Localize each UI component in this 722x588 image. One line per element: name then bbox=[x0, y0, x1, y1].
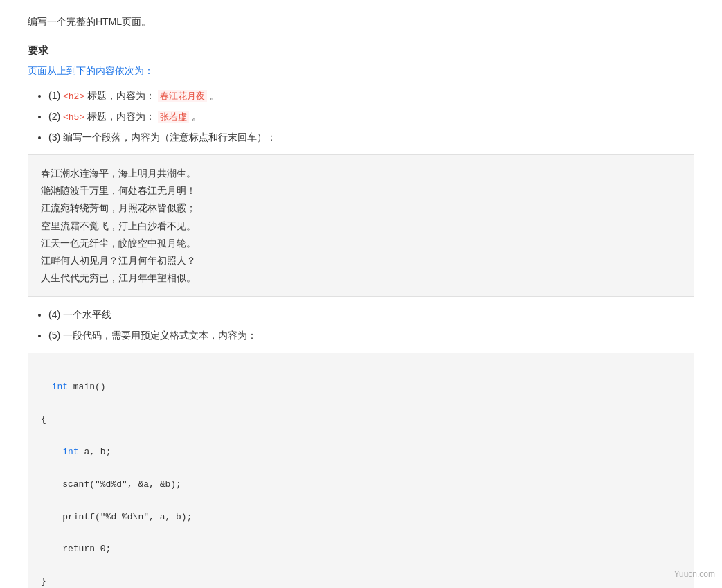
item5-id: (5) bbox=[48, 330, 60, 341]
item2-suffix: 。 bbox=[192, 111, 201, 122]
item3-desc: (3) bbox=[48, 132, 60, 143]
code-box: int main() { int a, b; scanf("%d%d", &a,… bbox=[28, 353, 694, 588]
list-item-3: (3) 编写一个段落，内容为（注意标点和行末回车）： bbox=[48, 130, 694, 146]
item3-full-desc: 编写一个段落，内容为（注意标点和行末回车）： bbox=[63, 132, 276, 143]
code-vars: a, b; bbox=[79, 447, 111, 457]
secondary-list: (4) 一个水平线 (5) 一段代码，需要用预定义格式文本，内容为： bbox=[28, 307, 694, 344]
item2-desc: 标题，内容为： bbox=[87, 111, 155, 122]
code-brace-open: { bbox=[41, 414, 46, 425]
list-item-5: (5) 一段代码，需要用预定义格式文本，内容为： bbox=[48, 328, 694, 344]
item1-tag: <h2> bbox=[63, 91, 84, 102]
code-main: main() bbox=[68, 382, 106, 392]
code-indent4: return 0; bbox=[41, 544, 111, 554]
code-indent2: scanf("%d%d", &a, &b); bbox=[41, 479, 181, 490]
item4-desc: 一个水平线 bbox=[63, 309, 111, 320]
item2-id: (2) bbox=[48, 111, 60, 122]
requirement-subtitle: 页面从上到下的内容依次为： bbox=[28, 63, 694, 80]
item2-tag: <h5> bbox=[63, 112, 84, 123]
item1-desc: 标题，内容为： bbox=[87, 90, 155, 101]
item1-suffix: 。 bbox=[210, 90, 219, 101]
code-indent3: printf("%d %d\n", a, b); bbox=[41, 512, 192, 522]
list-item-1: (1) <h2> 标题，内容为： 春江花月夜 。 bbox=[48, 88, 694, 105]
intro-text: 编写一个完整的HTML页面。 bbox=[28, 14, 694, 30]
main-list: (1) <h2> 标题，内容为： 春江花月夜 。 (2) <h5> 标题，内容为… bbox=[28, 88, 694, 146]
list-item-2: (2) <h5> 标题，内容为： 张若虚 。 bbox=[48, 109, 694, 125]
watermark: Yuucn.com bbox=[674, 567, 715, 581]
item1-value: 春江花月夜 bbox=[158, 90, 207, 102]
code-keyword-int2: int bbox=[62, 447, 78, 457]
code-brace-close: } bbox=[41, 576, 46, 587]
item2-value: 张若虚 bbox=[158, 111, 189, 123]
requirement-title: 要求 bbox=[28, 42, 694, 60]
item5-desc: 一段代码，需要用预定义格式文本，内容为： bbox=[63, 330, 257, 341]
item1-id: (1) bbox=[48, 90, 60, 101]
item4-id: (4) bbox=[48, 309, 60, 320]
list-item-4: (4) 一个水平线 bbox=[48, 307, 694, 323]
poem-box: 春江潮水连海平，海上明月共潮生。 滟滟随波千万里，何处春江无月明！ 江流宛转绕芳… bbox=[28, 154, 694, 297]
code-indent1 bbox=[41, 447, 62, 457]
code-keyword-int1: int bbox=[52, 382, 68, 392]
